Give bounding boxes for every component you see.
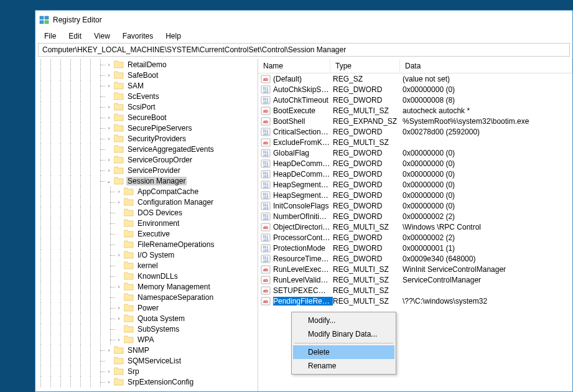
tree-item[interactable]: ›I/O System <box>35 250 258 260</box>
tree-item-label[interactable]: ServiceGroupOrder <box>126 156 193 164</box>
tree-item[interactable]: ScEvents <box>35 91 258 101</box>
column-header-type[interactable]: Type <box>330 59 400 73</box>
tree-item[interactable]: ›SrpExtensionConfig <box>35 376 258 387</box>
tree-item-label[interactable]: SecureBoot <box>126 113 168 122</box>
menu-favorites[interactable]: Favorites <box>118 30 158 42</box>
expand-icon[interactable]: › <box>105 72 113 79</box>
collapse-icon[interactable]: ⌄ <box>105 177 113 185</box>
value-row[interactable]: 011110InitConsoleFlagsREG_DWORD0x0000000… <box>258 200 572 211</box>
tree-item[interactable]: ServiceAggregatedEvents <box>35 144 258 154</box>
tree-item-label[interactable]: Configuration Manager <box>136 198 215 207</box>
context-menu-item[interactable]: Rename <box>293 359 394 373</box>
tree-item-label[interactable]: Executive <box>136 230 171 238</box>
tree-item[interactable]: ›WPA <box>35 334 258 345</box>
tree-item-label[interactable]: SecurePipeServers <box>126 124 193 133</box>
tree-item-label[interactable]: Environment <box>136 219 180 228</box>
expand-icon[interactable]: › <box>105 61 113 68</box>
tree-item-label[interactable]: NamespaceSeparation <box>136 293 215 302</box>
expand-icon[interactable]: › <box>115 336 123 343</box>
tree-item[interactable]: ›SecurityProviders <box>35 133 258 144</box>
value-row[interactable]: 011110ProtectionModeREG_DWORD0x00000001 … <box>258 243 572 253</box>
expand-icon[interactable]: › <box>115 304 123 312</box>
tree-item[interactable]: Executive <box>35 228 258 239</box>
menu-help[interactable]: Help <box>161 30 186 42</box>
tree-item[interactable]: SubSystems <box>35 324 258 334</box>
value-row[interactable]: abPendingFileRen...REG_MULTI_SZ\??\C:\wi… <box>258 296 572 306</box>
tree-item[interactable]: ›SafeBoot <box>35 70 258 80</box>
column-header-name[interactable]: Name <box>258 59 330 73</box>
value-row[interactable]: abBootExecuteREG_MULTI_SZautocheck autoc… <box>258 105 572 116</box>
expand-icon[interactable]: › <box>115 198 123 206</box>
column-header-data[interactable]: Data <box>400 59 572 73</box>
menu-edit[interactable]: Edit <box>63 30 86 42</box>
tree-item-label[interactable]: ServiceProvider <box>126 166 182 175</box>
tree-item[interactable]: KnownDLLs <box>35 271 258 281</box>
tree-item[interactable]: ›SAM <box>35 80 258 91</box>
tree-item[interactable]: ›ServiceGroupOrder <box>35 154 258 165</box>
tree-item-label[interactable]: FileRenameOperations <box>136 240 215 249</box>
tree-item-label[interactable]: KnownDLLs <box>136 272 179 281</box>
tree-item-label[interactable]: SubSystems <box>136 325 180 334</box>
tree-item[interactable]: NamespaceSeparation <box>35 292 258 302</box>
tree-item-label[interactable]: Session Manager <box>126 177 187 185</box>
value-row[interactable]: 011110ProcessorControlREG_DWORD0x0000000… <box>258 232 572 243</box>
tree-item[interactable]: ›ServiceProvider <box>35 165 258 175</box>
expand-icon[interactable]: › <box>115 188 123 195</box>
expand-icon[interactable]: › <box>105 156 113 164</box>
tree-item[interactable]: FileRenameOperations <box>35 239 258 250</box>
tree-item[interactable]: ›Srp <box>35 366 258 376</box>
value-row[interactable]: 011110NumberOfInitial...REG_DWORD0x00000… <box>258 211 572 222</box>
context-menu-item[interactable]: Delete <box>293 345 394 359</box>
expand-icon[interactable]: › <box>105 378 113 386</box>
tree-item-label[interactable]: ServiceAggregatedEvents <box>126 145 215 154</box>
value-row[interactable]: ab(Default)REG_SZ(value not set) <box>258 73 572 84</box>
value-row[interactable]: 011110HeapDeCommit...REG_DWORD0x00000000… <box>258 158 572 169</box>
tree-item[interactable]: ›Memory Management <box>35 281 258 292</box>
tree-item-label[interactable]: SAM <box>126 82 145 90</box>
tree-item[interactable]: ⌄Session Manager <box>35 175 258 186</box>
tree-item[interactable]: ›SecurePipeServers <box>35 123 258 133</box>
tree-item[interactable]: ›ScsiPort <box>35 101 258 112</box>
value-row[interactable]: 011110HeapSegmentR...REG_DWORD0x00000000… <box>258 190 572 200</box>
menu-file[interactable]: File <box>39 30 61 42</box>
expand-icon[interactable]: › <box>105 135 113 142</box>
tree-item-label[interactable]: SQMServiceList <box>126 357 182 365</box>
tree-item-label[interactable]: Memory Management <box>136 282 212 291</box>
tree-item-label[interactable]: SafeBoot <box>126 71 159 80</box>
expand-icon[interactable]: › <box>105 124 113 132</box>
value-row[interactable]: abExcludeFromKn...REG_MULTI_SZ <box>258 137 572 147</box>
tree-item-label[interactable]: Srp <box>126 367 141 376</box>
address-bar[interactable]: Computer\HKEY_LOCAL_MACHINE\SYSTEM\Curre… <box>38 43 570 57</box>
tree-item[interactable]: ›SNMP <box>35 345 258 355</box>
value-row[interactable]: 011110HeapDeCommit...REG_DWORD0x00000000… <box>258 169 572 179</box>
value-row[interactable]: abRunLevelExecuteREG_MULTI_SZWinInit Ser… <box>258 264 572 274</box>
tree-item-label[interactable]: SrpExtensionConfig <box>126 378 195 386</box>
tree-item-label[interactable]: RetailDemo <box>126 60 168 69</box>
tree-item[interactable]: ›RetailDemo <box>35 59 258 70</box>
expand-icon[interactable]: › <box>105 167 113 174</box>
tree-item[interactable]: Environment <box>35 218 258 228</box>
value-row[interactable]: 011110GlobalFlagREG_DWORD0x00000000 (0) <box>258 147 572 158</box>
expand-icon[interactable]: › <box>115 283 123 291</box>
value-row[interactable]: 011110AutoChkSkipSys...REG_DWORD0x000000… <box>258 84 572 95</box>
tree-item-label[interactable]: SNMP <box>126 346 151 355</box>
expand-icon[interactable]: › <box>105 114 113 121</box>
tree-item[interactable]: ›Quota System <box>35 313 258 324</box>
tree-item[interactable]: SQMServiceList <box>35 355 258 366</box>
value-row[interactable]: abBootShellREG_EXPAND_SZ%SystemRoot%\sys… <box>258 116 572 126</box>
value-row[interactable]: 011110AutoChkTimeoutREG_DWORD0x00000008 … <box>258 95 572 105</box>
tree-item[interactable]: ›SecureBoot <box>35 112 258 123</box>
tree-item-label[interactable]: kernel <box>136 261 159 270</box>
expand-icon[interactable]: › <box>115 315 123 322</box>
tree-item[interactable]: ›Power <box>35 302 258 313</box>
tree-item[interactable]: ›AppCompatCache <box>35 186 258 197</box>
value-row[interactable]: 011110CriticalSectionTi...REG_DWORD0x002… <box>258 126 572 137</box>
tree-item-label[interactable]: Quota System <box>136 314 186 323</box>
expand-icon[interactable]: › <box>105 347 113 354</box>
tree-item[interactable]: DOS Devices <box>35 207 258 218</box>
tree-item-label[interactable]: Power <box>136 304 160 312</box>
expand-icon[interactable]: › <box>115 251 123 259</box>
value-row[interactable]: 011110HeapSegmentC...REG_DWORD0x00000000… <box>258 179 572 190</box>
menu-view[interactable]: View <box>89 30 115 42</box>
context-menu-item[interactable]: Modify... <box>293 314 394 327</box>
